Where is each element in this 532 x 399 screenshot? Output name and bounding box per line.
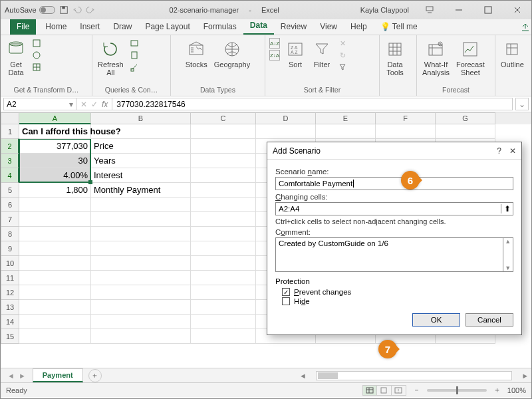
- cell[interactable]: [19, 212, 91, 227]
- enter-icon[interactable]: ✓: [91, 100, 98, 109]
- cell[interactable]: [191, 139, 256, 154]
- outline-button[interactable]: Outline: [499, 38, 525, 70]
- col-header-E[interactable]: E: [316, 112, 376, 124]
- cell[interactable]: [19, 285, 91, 300]
- cell[interactable]: [436, 124, 495, 139]
- cancel-icon[interactable]: ✕: [80, 100, 87, 109]
- cell[interactable]: [19, 300, 91, 315]
- cell[interactable]: [19, 256, 91, 271]
- cell[interactable]: [191, 124, 256, 139]
- cell[interactable]: 377,030: [19, 139, 91, 154]
- row-header-8[interactable]: 8: [1, 227, 19, 241]
- cell[interactable]: [19, 227, 91, 241]
- horizontal-scrollbar[interactable]: [316, 371, 512, 380]
- dialog-close-button[interactable]: ✕: [509, 146, 516, 156]
- cell[interactable]: [191, 227, 256, 241]
- cell[interactable]: [19, 241, 91, 256]
- forecast-sheet-button[interactable]: Forecast Sheet: [455, 38, 486, 78]
- view-buttons[interactable]: [362, 385, 406, 396]
- data-tools-button[interactable]: Data Tools: [384, 38, 406, 78]
- scenario-name-input[interactable]: Comfortable Payment: [275, 177, 513, 190]
- cell[interactable]: [91, 285, 191, 300]
- get-data-button[interactable]: Get Data: [5, 38, 27, 78]
- cell[interactable]: [91, 241, 191, 256]
- hide-checkbox[interactable]: Hide: [282, 297, 513, 305]
- clear-filter-button[interactable]: ✕: [337, 38, 348, 49]
- page-layout-icon[interactable]: [377, 385, 392, 396]
- row-header-5[interactable]: 5: [1, 183, 19, 198]
- col-header-B[interactable]: B: [91, 112, 191, 124]
- row-header-6[interactable]: 6: [1, 198, 19, 212]
- cell[interactable]: [191, 241, 256, 256]
- cell[interactable]: [91, 329, 191, 344]
- what-if-button[interactable]: ? What-If Analysis: [421, 38, 451, 78]
- comment-textarea[interactable]: Created by CustomGuide on 1/6: [275, 237, 503, 272]
- cell[interactable]: [91, 300, 191, 315]
- normal-view-icon[interactable]: [362, 385, 377, 396]
- changing-cells-input[interactable]: A2:A4 ⬆: [275, 202, 513, 215]
- from-web-button[interactable]: [31, 50, 42, 61]
- select-all-corner[interactable]: [1, 112, 19, 124]
- cell[interactable]: [256, 124, 316, 139]
- col-header-F[interactable]: F: [376, 112, 436, 124]
- undo-icon[interactable]: [72, 5, 82, 15]
- row-header-14[interactable]: 14: [1, 315, 19, 329]
- range-picker-icon[interactable]: ⬆: [501, 204, 513, 213]
- zoom-in-button[interactable]: ＋: [493, 385, 501, 395]
- tab-view[interactable]: View: [313, 19, 344, 35]
- row-header-1[interactable]: 1: [1, 124, 19, 139]
- cell[interactable]: [191, 168, 256, 183]
- cell[interactable]: [91, 256, 191, 271]
- tab-help[interactable]: Help: [344, 19, 374, 35]
- zoom-level[interactable]: 100%: [507, 386, 526, 394]
- cell[interactable]: [19, 271, 91, 285]
- col-header-G[interactable]: G: [436, 112, 495, 124]
- row-header-12[interactable]: 12: [1, 285, 19, 300]
- autosave-toggle[interactable]: AutoSave: [5, 6, 55, 14]
- cell[interactable]: [91, 271, 191, 285]
- sheet-tab-payment[interactable]: Payment: [33, 368, 83, 382]
- cell[interactable]: [19, 315, 91, 329]
- cell[interactable]: [191, 300, 256, 315]
- row-header-10[interactable]: 10: [1, 256, 19, 271]
- from-table-button[interactable]: [31, 62, 42, 72]
- ok-button[interactable]: OK: [412, 313, 460, 327]
- tab-scroll-left-icon[interactable]: ◄: [297, 372, 309, 380]
- cell[interactable]: Interest: [91, 168, 191, 183]
- tab-page-layout[interactable]: Page Layout: [138, 19, 196, 35]
- advanced-button[interactable]: [337, 62, 348, 72]
- cell[interactable]: Monthly Payment: [91, 183, 191, 198]
- geography-button[interactable]: Geography: [213, 38, 251, 70]
- tab-scroll-right-icon[interactable]: ►: [519, 372, 531, 380]
- sort-button[interactable]: Z AA Z Sort: [284, 38, 307, 70]
- share-icon[interactable]: [517, 20, 531, 35]
- tab-review[interactable]: Review: [274, 19, 313, 35]
- name-box[interactable]: A2 ▾: [3, 98, 76, 110]
- filter-button[interactable]: Filter: [311, 38, 333, 70]
- cell[interactable]: [91, 227, 191, 241]
- col-header-A[interactable]: A: [19, 112, 91, 124]
- cell[interactable]: [91, 212, 191, 227]
- sheet-next-icon[interactable]: ►: [19, 372, 26, 380]
- cell[interactable]: [19, 329, 91, 344]
- cell[interactable]: [191, 285, 256, 300]
- expand-formula-icon[interactable]: ⌄: [515, 98, 529, 110]
- maximize-button[interactable]: [474, 1, 502, 19]
- dialog-help-button[interactable]: ?: [497, 146, 501, 156]
- cell[interactable]: [91, 198, 191, 212]
- cell[interactable]: [191, 256, 256, 271]
- formula-input[interactable]: 377030.232817546: [112, 98, 513, 110]
- cell[interactable]: [191, 154, 256, 168]
- row-header-11[interactable]: 11: [1, 271, 19, 285]
- cell[interactable]: 30: [19, 154, 91, 168]
- row-header-15[interactable]: 15: [1, 329, 19, 344]
- textarea-scrollbar[interactable]: ▲▼: [503, 237, 513, 272]
- stocks-button[interactable]: Stocks: [184, 38, 209, 70]
- new-sheet-button[interactable]: ＋: [88, 369, 102, 382]
- cell[interactable]: [191, 183, 256, 198]
- from-text-button[interactable]: [31, 38, 42, 49]
- ribbon-options-icon[interactable]: [416, 1, 444, 19]
- row-header-7[interactable]: 7: [1, 212, 19, 227]
- cell[interactable]: [376, 124, 436, 139]
- cell[interactable]: [191, 271, 256, 285]
